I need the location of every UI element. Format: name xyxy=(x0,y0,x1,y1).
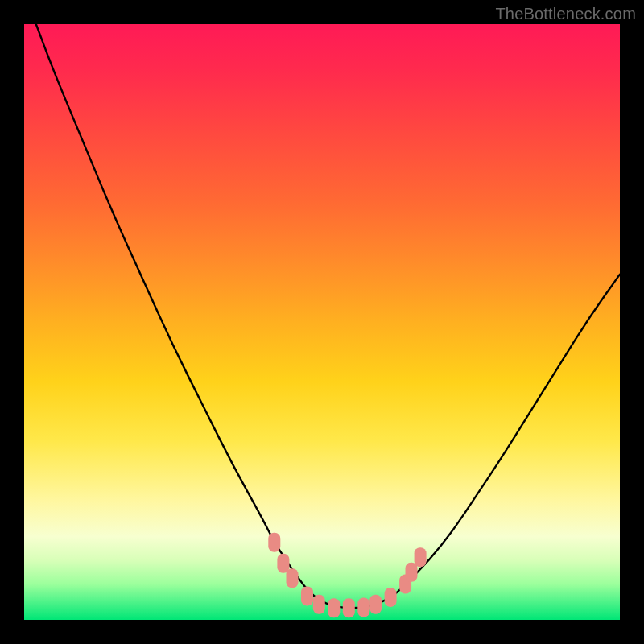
bottleneck-curve xyxy=(36,24,620,608)
curve-marker xyxy=(357,598,369,617)
curve-marker xyxy=(406,563,418,582)
chart-plot-area xyxy=(24,24,620,620)
watermark-text: TheBottleneck.com xyxy=(495,5,636,23)
curve-marker xyxy=(277,554,289,573)
curve-marker xyxy=(301,586,313,605)
curve-marker xyxy=(385,588,397,607)
chart-svg xyxy=(24,24,620,620)
curve-marker xyxy=(268,533,280,552)
curve-markers xyxy=(268,533,426,617)
curve-marker xyxy=(415,547,427,567)
chart-frame: TheBottleneck.com xyxy=(0,0,644,644)
curve-marker xyxy=(369,595,382,614)
curve-marker xyxy=(343,598,355,617)
curve-marker xyxy=(328,598,340,617)
curve-marker xyxy=(287,568,299,588)
curve-marker xyxy=(313,595,325,614)
